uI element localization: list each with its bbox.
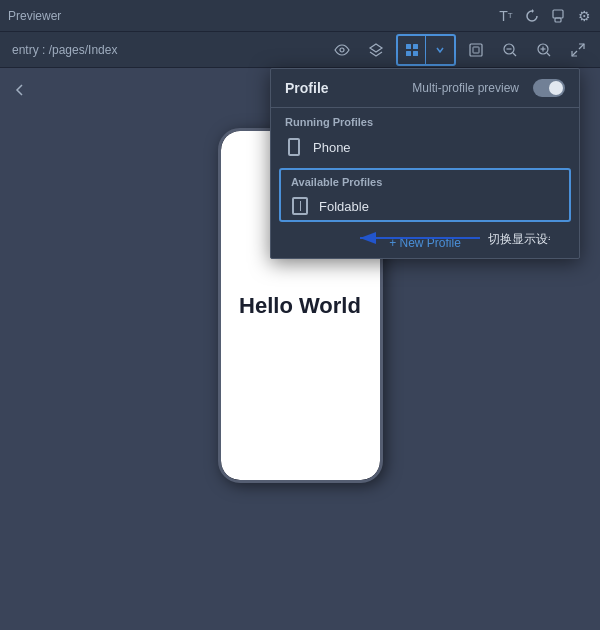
layers-button[interactable] [362,36,390,64]
profile-dropdown: Profile Multi-profile preview Running Pr… [270,68,580,259]
font-size-icon[interactable]: TT [498,8,514,24]
svg-line-16 [579,44,584,49]
svg-rect-1 [555,18,561,22]
available-profiles-section: Available Profiles Foldable [279,168,571,222]
expand-button[interactable] [564,36,592,64]
new-profile-link[interactable]: + New Profile [271,228,579,258]
svg-rect-5 [406,51,411,56]
main-area: Profile Multi-profile preview Running Pr… [0,68,600,630]
svg-rect-4 [413,44,418,49]
toolbar: entry : /pages/Index [0,32,600,68]
svg-line-15 [547,53,550,56]
fit-button[interactable] [462,36,490,64]
titlebar-actions: TT ⚙ [498,8,592,24]
svg-line-11 [513,53,516,56]
dropdown-header: Profile Multi-profile preview [271,69,579,108]
grid-toggle-group [396,34,456,66]
titlebar: Previewer TT ⚙ [0,0,600,32]
dropdown-arrow-button[interactable] [426,36,454,64]
zoom-out-button[interactable] [496,36,524,64]
hello-world-text: Hello World [239,293,361,319]
foldable-profile-label: Foldable [319,199,369,214]
device-orientation-icon[interactable] [550,8,566,24]
phone-profile-item[interactable]: Phone [271,132,579,162]
dropdown-title: Profile [285,80,329,96]
multi-profile-label: Multi-profile preview [412,81,519,95]
svg-rect-8 [473,47,479,53]
rotate-icon[interactable] [524,8,540,24]
phone-profile-label: Phone [313,140,351,155]
foldable-profile-item[interactable]: Foldable [281,192,569,220]
svg-line-17 [572,51,577,56]
running-section-label: Running Profiles [271,108,579,132]
eye-button[interactable] [328,36,356,64]
svg-rect-6 [413,51,418,56]
running-profiles-section: Running Profiles Phone [271,108,579,162]
toolbar-buttons [328,34,592,66]
svg-rect-3 [406,44,411,49]
phone-device-icon [285,138,303,156]
zoom-in-button[interactable] [530,36,558,64]
multi-profile-toggle[interactable] [533,79,565,97]
svg-rect-7 [470,44,482,56]
available-section-label: Available Profiles [281,170,569,192]
svg-point-2 [340,48,344,52]
app-title: Previewer [8,9,61,23]
foldable-device-icon [291,197,309,215]
multi-profile-section: Multi-profile preview [412,79,565,97]
breadcrumb: entry : /pages/Index [12,43,117,57]
back-arrow-button[interactable] [8,78,32,102]
grid-button[interactable] [398,36,426,64]
svg-rect-0 [553,10,563,18]
settings-icon[interactable]: ⚙ [576,8,592,24]
